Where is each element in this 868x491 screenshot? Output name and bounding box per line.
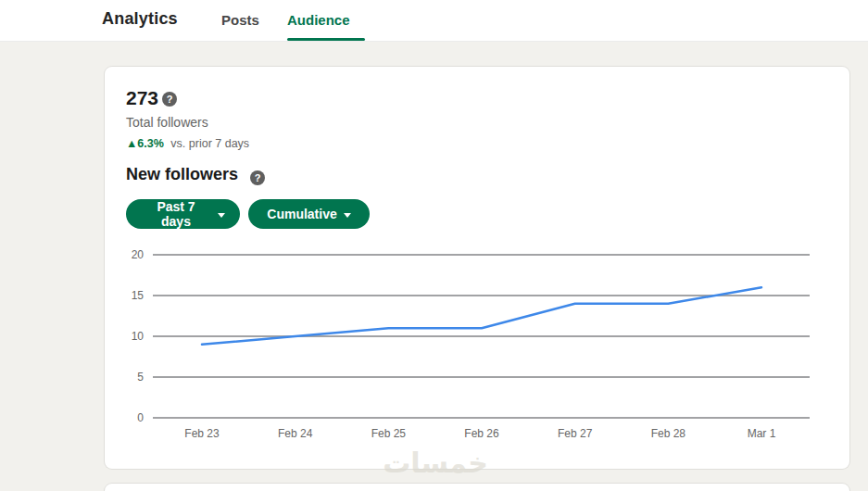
y-axis-tick-label: 20: [132, 248, 145, 261]
page-title: Analytics: [102, 9, 178, 29]
y-axis-tick-label: 5: [137, 371, 144, 384]
x-axis-tick-label: Feb 25: [371, 427, 407, 440]
date-range-dropdown-button[interactable]: Past 7 days: [126, 199, 240, 229]
chevron-down-icon: [218, 213, 225, 218]
y-axis-tick-label: 10: [132, 330, 145, 343]
y-axis-tick-label: 0: [137, 411, 144, 424]
cumulative-label: Cumulative: [267, 207, 336, 221]
delta-comparison-label: vs. prior 7 days: [170, 137, 249, 150]
total-followers-label: Total followers: [126, 115, 208, 130]
x-axis-tick-label: Feb 26: [464, 427, 499, 440]
x-axis-tick-label: Feb 24: [278, 427, 313, 440]
total-followers-value: 273: [126, 87, 158, 109]
cumulative-dropdown-button[interactable]: Cumulative: [248, 199, 370, 229]
new-followers-heading: New followers: [126, 165, 238, 184]
y-axis-tick-label: 15: [132, 289, 145, 302]
tab-audience[interactable]: Audience: [287, 12, 350, 28]
x-axis-tick-label: Feb 23: [184, 427, 220, 440]
followers-delta-row: ▲6.3% vs. prior 7 days: [126, 137, 249, 150]
x-axis-tick-label: Mar 1: [748, 427, 776, 440]
delta-up-value: ▲6.3%: [126, 137, 164, 150]
chevron-down-icon: [344, 213, 351, 218]
x-axis-tick-label: Feb 27: [558, 427, 593, 440]
audience-analytics-card: 273 ? Total followers ▲6.3% vs. prior 7 …: [105, 67, 849, 469]
help-icon[interactable]: ?: [162, 92, 177, 107]
analytics-page: Analytics Posts Audience 273 ? Total fol…: [0, 0, 868, 491]
top-navigation-bar: Analytics Posts Audience: [0, 0, 868, 42]
chart-canvas: 05101520Feb 23Feb 24Feb 25Feb 26Feb 27Fe…: [105, 243, 849, 447]
new-followers-line-chart: 05101520Feb 23Feb 24Feb 25Feb 26Feb 27Fe…: [105, 243, 849, 447]
tab-posts[interactable]: Posts: [221, 12, 259, 28]
next-card-top-edge: [105, 484, 849, 491]
x-axis-tick-label: Feb 28: [651, 427, 686, 440]
help-icon[interactable]: ?: [250, 170, 265, 185]
active-tab-indicator: [287, 38, 365, 41]
date-range-label: Past 7 days: [141, 199, 211, 229]
